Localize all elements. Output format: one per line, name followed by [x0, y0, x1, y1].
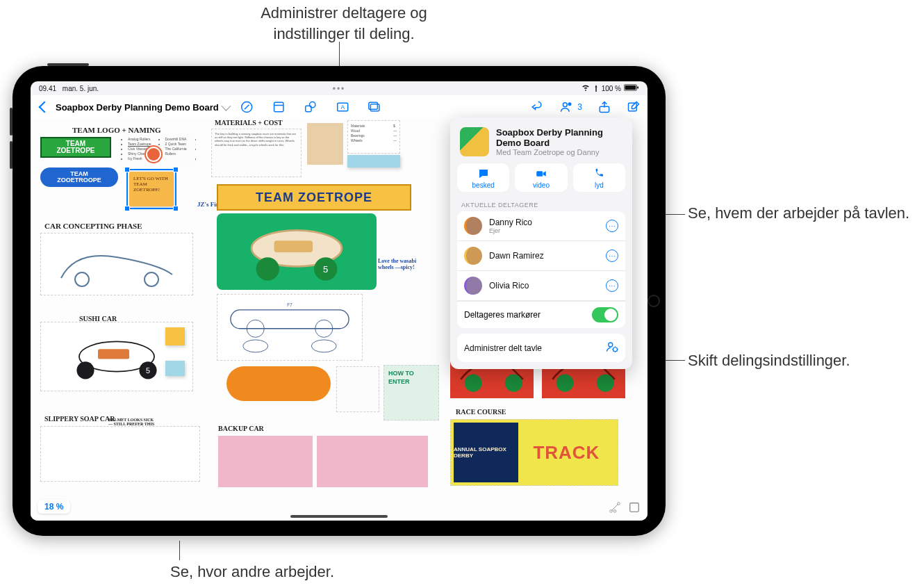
svg-text:A: A [340, 104, 345, 111]
svg-point-43 [613, 348, 618, 352]
ipad-frame: 09.41 man. 5. jun. ••• 100 % [13, 66, 666, 536]
heading-logo-naming: TEAM LOGO + NAMING [72, 126, 161, 134]
status-date: man. 5. jun. [63, 85, 99, 92]
svg-text:5: 5 [146, 366, 150, 375]
participant-name: Olivia Rico [489, 281, 599, 291]
share-button[interactable] [597, 100, 611, 114]
svg-text:F7: F7 [287, 302, 292, 307]
sushi-sticky-blue[interactable] [165, 361, 185, 376]
collaborate-button[interactable] [559, 100, 573, 114]
team-logo-green[interactable]: TEAMZOETROPE [40, 137, 111, 158]
connector-tool-button[interactable] [609, 501, 621, 514]
media-tool-button[interactable] [368, 100, 381, 114]
status-bar: 09.41 man. 5. jun. ••• 100 % [31, 81, 647, 95]
shapes-tool-button[interactable] [304, 100, 317, 114]
cost-sticky[interactable] [347, 155, 400, 168]
sushi-sticky-yellow[interactable] [165, 327, 185, 345]
undo-button[interactable] [530, 100, 544, 114]
more-options-button[interactable]: ⋯ [606, 220, 618, 232]
scooter-photo[interactable] [307, 123, 343, 165]
wifi-icon [581, 83, 590, 93]
svg-rect-2 [637, 86, 638, 88]
chevron-left-icon [39, 101, 51, 113]
manage-shared-board-button[interactable]: Administrer delt tavle [457, 334, 625, 362]
new-board-button[interactable] [627, 100, 641, 114]
kayak-render[interactable] [226, 366, 331, 401]
render-3d[interactable]: 5 [217, 213, 377, 290]
svg-point-34 [505, 375, 522, 392]
audio-label: lyd [595, 181, 604, 189]
home-indicator[interactable] [290, 515, 388, 518]
callout-line-top [339, 42, 340, 66]
board-title[interactable]: Soapbox Derby Planning Demo Board [56, 102, 229, 113]
svg-point-30 [76, 361, 94, 379]
participant-name: Dawn Ramirez [489, 251, 599, 261]
svg-text:5: 5 [323, 264, 328, 275]
status-time: 09.41 [39, 85, 56, 92]
race-label: RACE COURSE [456, 408, 506, 416]
person-gear-icon [606, 341, 618, 355]
participant-row[interactable]: Olivia Rico ⋯ [457, 271, 625, 301]
svg-point-42 [609, 343, 613, 347]
participant-row[interactable]: Dawn Ramirez ⋯ [457, 241, 625, 271]
cursors-toggle[interactable] [592, 307, 618, 322]
popover-header: Soapbox Derby Planning Demo Board Med Te… [457, 124, 625, 163]
collaborator-count: 3 [577, 102, 582, 112]
manage-label: Administrer delt tavle [464, 343, 542, 353]
svg-point-19 [256, 257, 279, 280]
multitask-handle-icon[interactable]: ••• [333, 84, 346, 94]
svg-rect-1 [625, 85, 636, 90]
wheel-note: Love the wasabi wheels —spicy! [378, 258, 427, 270]
svg-point-36 [597, 375, 614, 392]
video-button[interactable]: video [515, 163, 567, 192]
svg-point-33 [465, 375, 482, 392]
audio-button[interactable]: lyd [573, 163, 625, 192]
callout-top: Administrer deltagere og indstillinger t… [222, 3, 465, 44]
participants-section-label: AKTUELLE DELTAGERE [457, 199, 625, 211]
avatar [464, 247, 482, 265]
participant-cursor-indicator[interactable] [146, 147, 161, 162]
slippery-label: SLIPPERY SOAP CAR [44, 415, 115, 423]
more-options-button[interactable]: ⋯ [606, 279, 618, 292]
svg-rect-4 [274, 102, 283, 111]
how-to-enter[interactable]: HOW TO ENTER [383, 365, 439, 420]
svg-point-39 [613, 510, 616, 513]
backup-photo-1[interactable] [218, 436, 313, 487]
sticky-tool-button[interactable] [272, 100, 286, 114]
minimap-button[interactable] [628, 501, 641, 514]
track-poster[interactable]: ANNUAL SOAPBOX DERBY TRACK [450, 419, 618, 486]
backup-photo-2[interactable] [317, 436, 428, 487]
power-button [47, 63, 89, 66]
team-logo-blue[interactable]: TEAMZOOETROOPE [40, 168, 118, 187]
svg-point-35 [556, 375, 574, 392]
svg-point-6 [310, 102, 315, 108]
backup-label: BACKUP CAR [218, 425, 264, 432]
cost-table[interactable]: Materials$ Wood— Bearings— Wheels— [347, 120, 400, 154]
svg-rect-18 [274, 240, 313, 252]
svg-rect-22 [231, 310, 349, 329]
blueprint[interactable]: F7 [217, 294, 363, 361]
participants-list: Danny Rico Ejer ⋯ Dawn Ramirez ⋯ Olivia … [457, 211, 625, 328]
text-tool-button[interactable]: A [336, 100, 349, 114]
more-options-button[interactable]: ⋯ [606, 250, 618, 262]
materials-note[interactable]: The key to building a winning soapbox ra… [211, 129, 302, 177]
participant-cursors-row: Deltageres markører [457, 301, 625, 328]
soap-sketch[interactable] [40, 426, 200, 482]
message-button[interactable]: besked [457, 163, 509, 192]
pen-tool-button[interactable] [240, 100, 254, 114]
heading-materials: MATERIALS + COST [215, 119, 283, 126]
standards-note[interactable] [336, 366, 379, 412]
back-button[interactable] [38, 100, 51, 114]
zoom-indicator[interactable]: 18 % [38, 500, 70, 514]
canvas-mini-tools [609, 501, 641, 514]
concept-sketch-1[interactable] [40, 233, 193, 295]
volume-button [10, 108, 13, 136]
svg-rect-29 [98, 349, 129, 359]
participant-row[interactable]: Danny Rico Ejer ⋯ [457, 211, 625, 241]
team-banner[interactable]: TEAM ZOETROPE [217, 184, 411, 211]
svg-point-11 [563, 103, 568, 107]
battery-label: 100 % [593, 85, 621, 92]
app-toolbar: Soapbox Derby Planning Demo Board A 3 [31, 95, 647, 119]
svg-rect-40 [630, 503, 639, 512]
sticky-note[interactable]: LET'S GO WITH TEAM ZOETROPE! [129, 172, 174, 206]
